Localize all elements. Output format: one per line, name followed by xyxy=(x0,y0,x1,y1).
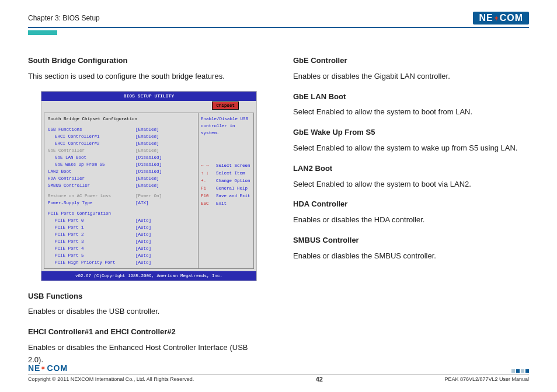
bios-key-key: ← → xyxy=(201,162,216,169)
bios-key-desc: Select Screen xyxy=(216,162,250,169)
bios-row: PCIE Port 0[Auto] xyxy=(48,217,194,224)
desc-gbe-lan-boot: Select Enabled to allow the system to bo… xyxy=(293,106,529,118)
bios-row-value: [Auto] xyxy=(135,259,176,266)
bios-key-desc: Change Option xyxy=(216,177,250,184)
bios-row-value: [Enabled] xyxy=(135,133,176,140)
bios-footer: v02.67 (C)Copyright 1985-2009, American … xyxy=(41,271,256,281)
bios-row-value: [Enabled] xyxy=(135,182,176,189)
bios-row: PCIE Port 2[Auto] xyxy=(48,231,194,238)
brand-pre: NE xyxy=(479,13,493,23)
footer-brand-dot-icon: ✶ xyxy=(41,365,46,371)
bios-row-label: PCIE Port 1 xyxy=(48,224,135,231)
bios-row: PCIE Port 5[Auto] xyxy=(48,252,194,259)
desc-ehci: Enables or disables the Enhanced Host Co… xyxy=(28,342,264,366)
bios-row-value: [Auto] xyxy=(135,224,176,231)
bios-title: BIOS SETUP UTILITY xyxy=(41,92,256,101)
bios-help-text: Enable/Disable USB controller in system. xyxy=(201,116,251,162)
bios-key-key: ↑ ↓ xyxy=(201,170,216,177)
desc-gbe-controller: Enables or disables the Gigabit LAN cont… xyxy=(293,71,529,83)
footer-brand-logo: NE✶COM xyxy=(28,363,68,373)
footer-page-number: 42 xyxy=(316,376,323,383)
bios-row-value: [Disabled] xyxy=(135,161,176,168)
bios-row: GbE Wake Up From S5[Disabled] xyxy=(48,161,194,168)
bios-key-row: +-Change Option xyxy=(201,177,251,184)
bios-row: PCIE Port 3[Auto] xyxy=(48,238,194,245)
bios-row-label: EHCI Controller#2 xyxy=(48,140,135,147)
bios-key-row: ↑ ↓Select Item xyxy=(201,170,251,177)
bios-key-desc: Exit xyxy=(216,200,227,207)
bios-row: PCIE High Priority Port[Auto] xyxy=(48,259,194,266)
desc-smbus-controller: Enables or diasbles the SMBUS controller… xyxy=(293,250,529,262)
footer-manual-name: PEAK 876VL2/877VL2 User Manual xyxy=(444,376,529,382)
bios-row: SMBUS Controller[Enabled] xyxy=(48,182,194,189)
bios-pcie-header: PCIE Ports Configuration xyxy=(48,210,194,217)
bios-key-desc: Select Item xyxy=(216,170,245,177)
desc-usb-functions: Enables or disables the USB controller. xyxy=(28,306,264,318)
bios-row-label: GbE Wake Up From S5 xyxy=(48,161,135,168)
bios-tab-chipset: Chipset xyxy=(212,102,239,110)
chapter-label: Chapter 3: BIOS Setup xyxy=(28,14,100,22)
heading-gbe-lan-boot: GbE LAN Boot xyxy=(293,91,529,103)
bios-screenshot: BIOS SETUP UTILITY Chipset South Bridge … xyxy=(41,91,257,281)
bios-key-desc: General Help xyxy=(216,185,248,192)
bios-key-key: +- xyxy=(201,177,216,184)
bios-row-value: [Enabled] xyxy=(135,140,176,147)
bios-key-key: F1 xyxy=(201,185,216,192)
bios-row: GbE LAN Boot[Disabled] xyxy=(48,154,194,161)
bios-row: PCIE Port 4[Auto] xyxy=(48,245,194,252)
heading-usb-functions: USB Functions xyxy=(28,290,264,303)
bios-row-value: [Enabled] xyxy=(135,126,176,133)
heading-ehci: EHCI Controller#1 and EHCI Controller#2 xyxy=(28,326,264,338)
left-column: South Bridge Configuration This section … xyxy=(28,51,264,374)
bios-row-value: [Enabled] xyxy=(135,147,176,154)
footer-copyright: Copyright © 2011 NEXCOM International Co… xyxy=(28,376,194,382)
footer-rule xyxy=(28,374,529,374)
heading-south-bridge: South Bridge Configuration xyxy=(28,55,264,67)
heading-lan2-boot: LAN2 Boot xyxy=(293,163,529,175)
heading-gbe-wake: GbE Wake Up From S5 xyxy=(293,127,529,139)
bios-row: GbE Controller[Enabled] xyxy=(48,147,194,154)
bios-row-label: GbE Controller xyxy=(48,147,135,154)
bios-row-label: USB Functions xyxy=(48,126,135,133)
bios-row-value: [Enabled] xyxy=(135,175,176,182)
brand-logo: NE✶COM xyxy=(473,12,529,24)
bios-right-panel: Enable/Disable USB controller in system.… xyxy=(199,113,254,269)
bios-row-label: LAN2 Boot xyxy=(48,168,135,175)
footer-brand-post: COM xyxy=(47,363,68,373)
bios-row-value: [ATX] xyxy=(135,200,176,206)
bios-row-value: [Auto] xyxy=(135,238,176,245)
bios-row-label: SMBUS Controller xyxy=(48,182,135,189)
accent-bar xyxy=(28,30,57,35)
bios-key-row: F10Save and Exit xyxy=(201,192,251,200)
bios-row: LAN2 Boot[Disabled] xyxy=(48,168,194,175)
bios-row-label: PCIE Port 2 xyxy=(48,231,135,238)
footer-brand-pre: NE xyxy=(28,363,40,373)
bios-key-row: ← →Select Screen xyxy=(201,162,251,169)
bios-tab-row: Chipset xyxy=(41,101,256,110)
bios-row-label: PCIE High Priority Port xyxy=(48,259,135,266)
heading-gbe-controller: GbE Controller xyxy=(293,55,529,67)
bios-row: EHCI Controller#1[Enabled] xyxy=(48,133,194,140)
bios-row-value: [Disabled] xyxy=(135,154,176,161)
bios-row-label: PCIE Port 0 xyxy=(48,217,135,224)
bios-row: PCIE Port 1[Auto] xyxy=(48,224,194,231)
bios-row-label: Restore on AC Power Loss xyxy=(48,192,135,200)
desc-lan2-boot: Select Enabled to allow the system to bo… xyxy=(293,178,529,191)
bios-row-value: [Auto] xyxy=(135,252,176,259)
bios-row: USB Functions[Enabled] xyxy=(48,126,194,133)
page-header: Chapter 3: BIOS Setup NE✶COM xyxy=(28,12,529,24)
bios-key-desc: Save and Exit xyxy=(216,192,250,200)
bios-row-label: PCIE Port 5 xyxy=(48,252,135,259)
bios-row-value: [Disabled] xyxy=(135,168,176,175)
desc-hda-controller: Enables or disables the HDA controller. xyxy=(293,214,529,226)
bios-row-label: EHCI Controller#1 xyxy=(48,133,135,140)
bios-key-key: ESC xyxy=(201,200,216,207)
bios-row-value: [Auto] xyxy=(135,231,176,238)
bios-row: Power-Supply Type[ATX] xyxy=(48,200,194,206)
heading-smbus-controller: SMBUS Controller xyxy=(293,235,529,247)
bios-row-label: GbE LAN Boot xyxy=(48,154,135,161)
bios-row-label: Power-Supply Type xyxy=(48,200,135,206)
brand-dot-icon: ✶ xyxy=(494,15,499,22)
bios-row-value: [Auto] xyxy=(135,245,176,252)
header-rule xyxy=(28,27,529,28)
